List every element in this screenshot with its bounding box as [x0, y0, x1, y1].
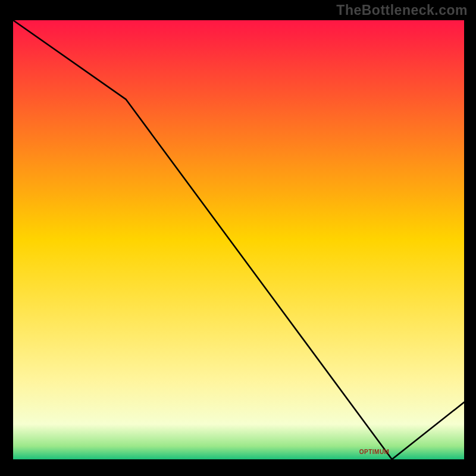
watermark-text: TheBottleneck.com [336, 2, 468, 18]
line-layer [13, 20, 464, 459]
bottleneck-curve [13, 20, 464, 459]
chart-frame: TheBottleneck.com OPTIMUM [0, 0, 476, 476]
plot-area: OPTIMUM [13, 20, 464, 459]
optimum-label: OPTIMUM [359, 449, 390, 455]
